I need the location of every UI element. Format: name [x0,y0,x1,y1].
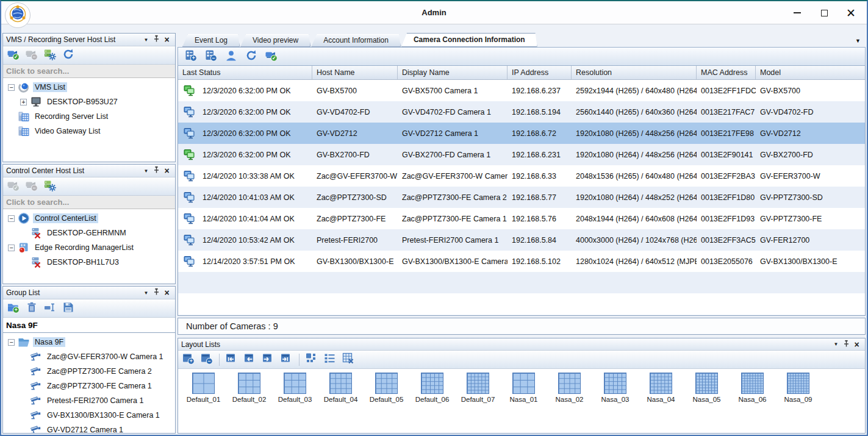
search-input[interactable] [3,65,175,77]
tree-item[interactable]: −Control CenterList [3,211,175,226]
tree-item[interactable]: Recording Server List [3,109,175,124]
table-row[interactable]: 12/4/2020 10:53:42 AM OKPretest-FERI2700… [178,229,865,251]
move-left-button[interactable] [243,352,257,367]
table-row[interactable]: 12/3/2020 6:32:00 PM OKGV-VD4702-FDGV-VD… [178,101,865,123]
layout-thumbnail[interactable]: Nasa_05 [684,373,730,403]
group-rename-button[interactable] [43,301,57,316]
layout-thumbnail[interactable]: Default_04 [318,373,364,403]
chevron-down-icon[interactable]: ▼ [141,288,151,298]
move-first-button[interactable] [224,352,239,367]
tree-item[interactable]: Zac@PPTZ7300-FE Camera 2 [3,364,175,379]
column-header-resolution[interactable]: Resolution [572,66,697,79]
layout-thumbnail[interactable]: Nasa_01 [501,373,547,403]
server-settings-button[interactable] [43,179,57,194]
chevron-down-icon[interactable]: ▼ [141,166,151,176]
layout-ungroup-button[interactable] [304,352,319,367]
column-header-host-name[interactable]: Host Name [312,66,398,79]
collapse-icon[interactable]: − [8,245,15,251]
layout-thumbnail[interactable]: Nasa_06 [730,373,775,403]
layout-delete-button[interactable] [341,352,356,367]
tree-item[interactable]: −VMS List [3,80,175,95]
tree-item[interactable]: Video Gateway List [3,124,175,138]
tree-item[interactable]: DESKTOP-BH1L7U3 [3,255,175,270]
column-header-mac-address[interactable]: MAC Address [697,66,756,79]
camera-list-remove-button[interactable]: − [204,49,218,64]
tab-account-information[interactable]: Account Information [311,34,401,47]
camera-remove-disabled-button: − [24,48,39,63]
group-save-button[interactable] [61,301,76,316]
layout-remove-button[interactable]: − [199,352,214,367]
tree-item[interactable]: GV-VD2712 Camera 1 [3,423,175,433]
tree-item[interactable]: Pretest-FERI2700 Camera 1 [3,393,175,408]
layout-thumbnail[interactable]: Nasa_04 [638,373,684,403]
table-row[interactable]: 12/4/2020 10:33:38 AM OKZac@GV-EFER3700-… [178,165,865,187]
tab-camera-connection-information[interactable]: Camera Connection Information [401,33,537,47]
column-header-model[interactable]: Model [756,66,865,79]
tree-item[interactable]: −Edge Recording ManagerList [3,240,175,255]
layout-thumbnail[interactable]: Default_02 [226,373,272,403]
chevron-down-icon[interactable]: ▼ [141,35,151,45]
move-right-button[interactable] [261,352,276,367]
layout-thumbnail[interactable]: Default_07 [455,373,501,403]
table-row[interactable]: 12/3/2020 6:32:00 PM OKGV-BX2700-FDGV-BX… [178,144,865,165]
group-delete-button[interactable] [24,301,39,316]
camera-list-add-button[interactable]: + [184,49,198,64]
close-icon[interactable]: × [162,35,172,45]
layout-thumbnail[interactable]: Nasa_02 [547,373,592,403]
refresh-button[interactable] [61,48,76,63]
pin-icon[interactable] [841,339,852,349]
tree-item[interactable]: −Nasa 9F [3,335,175,349]
tree-item[interactable]: Zac@PPTZ7300-FE Camera 1 [3,379,175,393]
layout-thumbnail[interactable]: Nasa_03 [592,373,638,403]
tab-video-preview[interactable]: Video preview [240,34,310,47]
close-icon[interactable]: × [852,339,862,349]
layout-thumbnail[interactable]: Nasa_09 [775,373,821,403]
layout-thumbnail[interactable]: Default_03 [272,373,318,403]
table-row[interactable]: 12/4/2020 10:41:03 AM OKZac@PPTZ7300-SDZ… [178,187,865,208]
column-header-display-name[interactable]: Display Name [398,66,508,79]
column-header-last-status[interactable]: Last Status [178,66,312,79]
group-name-input[interactable] [3,318,175,333]
close-icon[interactable]: × [162,166,172,176]
group-add-button[interactable]: + [6,301,21,316]
pin-icon[interactable] [151,35,162,45]
tab-event-log[interactable]: Event Log [182,34,240,47]
collapse-icon[interactable]: − [8,215,15,222]
server-settings-button[interactable] [43,48,57,63]
maximize-button[interactable] [811,3,838,23]
move-last-button[interactable] [279,352,294,367]
minimize-button[interactable] [784,3,811,23]
table-row[interactable]: 12/4/2020 10:41:04 AM OKZac@PPTZ7300-FEZ… [178,208,865,229]
table-row[interactable]: 12/3/2020 6:32:00 PM OKGV-VD2712GV-VD271… [178,123,865,144]
table-row[interactable]: 12/3/2020 6:32:00 PM OKGV-BX5700GV-BX570… [178,80,865,101]
chevron-down-icon[interactable]: ▼ [831,339,841,349]
refresh-button[interactable] [244,49,259,64]
tab-overflow-chevron-icon[interactable]: ▼ [855,38,861,44]
close-icon[interactable]: × [162,288,172,298]
column-header-ip-address[interactable]: IP Address [508,66,572,79]
layout-thumbnail[interactable]: Default_05 [364,373,409,403]
app-logo-icon[interactable] [5,2,30,28]
tree-item[interactable]: Zac@GV-EFER3700-W Camera 1 [3,349,175,364]
search-box[interactable] [3,196,175,209]
table-row[interactable]: 12/14/2020 3:57:51 PM OKGV-BX1300/BX1300… [178,251,865,272]
search-input[interactable] [3,196,175,209]
collapse-icon[interactable]: − [8,84,15,91]
layout-thumbnail[interactable]: Default_06 [409,373,455,403]
layout-thumbnail[interactable]: Default_01 [181,373,226,403]
layout-add-button[interactable]: + [181,352,196,367]
layout-list-button[interactable] [323,352,337,367]
search-box[interactable] [3,65,175,78]
close-button[interactable]: ✕ [838,3,864,23]
pin-icon[interactable] [151,288,162,298]
collapse-icon[interactable]: − [8,339,15,346]
camera-add-button[interactable]: ✓ [6,48,21,63]
pin-icon[interactable] [151,166,162,176]
expand-icon[interactable]: + [20,99,27,105]
tree-item[interactable]: +DESKTOP-B953U27 [3,95,175,109]
tree-item-label: Zac@PPTZ7300-FE Camera 1 [45,381,154,391]
camera-status-button[interactable]: ✓ [264,49,279,64]
tree-item[interactable]: DESKTOP-GEHRMNM [3,226,175,240]
tree-item[interactable]: GV-BX1300/BX1300-E Camera 1 [3,408,175,423]
account-button[interactable] [224,49,239,64]
